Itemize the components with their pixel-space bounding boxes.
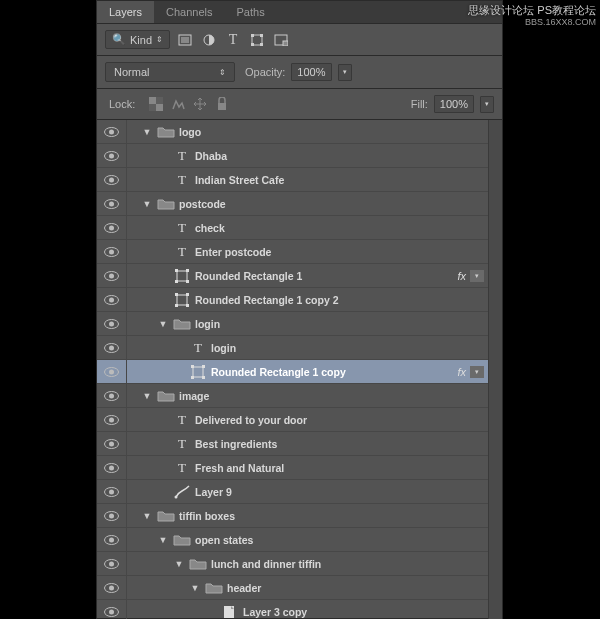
visibility-toggle[interactable]	[97, 480, 127, 503]
opacity-value[interactable]: 100%	[291, 63, 331, 81]
fill-value[interactable]: 100%	[434, 95, 474, 113]
fx-expand-icon[interactable]: ▾	[470, 366, 484, 378]
tab-paths[interactable]: Paths	[225, 1, 277, 23]
opacity-flyout[interactable]: ▾	[338, 64, 352, 81]
fill-flyout[interactable]: ▾	[480, 96, 494, 113]
lock-position-icon[interactable]	[191, 95, 209, 113]
visibility-toggle[interactable]	[97, 216, 127, 239]
twirl-icon[interactable]: ▼	[173, 559, 185, 569]
layer-name[interactable]: Layer 9	[195, 486, 232, 498]
visibility-toggle[interactable]	[97, 360, 127, 383]
layer-row[interactable]: TEnter postcode	[97, 240, 488, 264]
layer-name[interactable]: Rounded Rectangle 1 copy	[211, 366, 346, 378]
fx-indicator[interactable]: fx	[457, 270, 466, 282]
layer-name[interactable]: postcode	[179, 198, 226, 210]
lock-transparency-icon[interactable]	[147, 95, 165, 113]
svg-rect-33	[186, 280, 189, 283]
fx-expand-icon[interactable]: ▾	[470, 270, 484, 282]
twirl-icon[interactable]: ▼	[157, 319, 169, 329]
layer-row[interactable]: Layer 9	[97, 480, 488, 504]
twirl-icon[interactable]: ▼	[141, 127, 153, 137]
visibility-toggle[interactable]	[97, 408, 127, 431]
layer-row[interactable]: TFresh and Natural	[97, 456, 488, 480]
layer-name[interactable]: check	[195, 222, 225, 234]
layer-row[interactable]: Rounded Rectangle 1 copyfx▾	[97, 360, 488, 384]
tab-channels[interactable]: Channels	[154, 1, 224, 23]
visibility-toggle[interactable]	[97, 384, 127, 407]
layer-row[interactable]: TBest ingredients	[97, 432, 488, 456]
layer-row[interactable]: TDelivered to your door	[97, 408, 488, 432]
visibility-toggle[interactable]	[97, 576, 127, 599]
layer-row[interactable]: ▼tiffin boxes	[97, 504, 488, 528]
filter-shape-icon[interactable]	[248, 31, 266, 49]
visibility-toggle[interactable]	[97, 144, 127, 167]
lock-all-icon[interactable]	[213, 95, 231, 113]
layer-name[interactable]: Rounded Rectangle 1	[195, 270, 302, 282]
tab-layers[interactable]: Layers	[97, 1, 154, 23]
layer-name[interactable]: Fresh and Natural	[195, 462, 284, 474]
visibility-toggle[interactable]	[97, 120, 127, 143]
twirl-icon[interactable]: ▼	[141, 391, 153, 401]
visibility-toggle[interactable]	[97, 456, 127, 479]
layer-name[interactable]: header	[227, 582, 261, 594]
visibility-toggle[interactable]	[97, 552, 127, 575]
layer-name[interactable]: Enter postcode	[195, 246, 271, 258]
filter-pixel-icon[interactable]	[176, 31, 194, 49]
layer-row[interactable]: ▼image	[97, 384, 488, 408]
layer-name[interactable]: logo	[179, 126, 201, 138]
visibility-toggle[interactable]	[97, 600, 127, 619]
layer-row[interactable]: ▼open states	[97, 528, 488, 552]
svg-point-62	[175, 495, 178, 498]
visibility-toggle[interactable]	[97, 264, 127, 287]
layer-row[interactable]: ▼login	[97, 312, 488, 336]
visibility-toggle[interactable]	[97, 336, 127, 359]
visibility-toggle[interactable]	[97, 288, 127, 311]
layer-name[interactable]: Delivered to your door	[195, 414, 307, 426]
visibility-toggle[interactable]	[97, 240, 127, 263]
layer-name[interactable]: Layer 3 copy	[243, 606, 307, 618]
layer-row[interactable]: Rounded Rectangle 1 copy 2	[97, 288, 488, 312]
layer-name[interactable]: Dhaba	[195, 150, 227, 162]
visibility-toggle[interactable]	[97, 504, 127, 527]
twirl-icon[interactable]: ▼	[157, 535, 169, 545]
layer-row[interactable]: Tlogin	[97, 336, 488, 360]
filter-kind-dropdown[interactable]: 🔍 Kind ⇕	[105, 30, 170, 49]
layer-name[interactable]: tiffin boxes	[179, 510, 235, 522]
twirl-icon[interactable]: ▼	[189, 583, 201, 593]
twirl-icon[interactable]: ▼	[141, 199, 153, 209]
twirl-icon[interactable]: ▼	[141, 511, 153, 521]
blend-mode-dropdown[interactable]: Normal ⇕	[105, 62, 235, 82]
layer-row[interactable]: Rounded Rectangle 1fx▾	[97, 264, 488, 288]
layer-name[interactable]: login	[195, 318, 220, 330]
layer-name[interactable]: lunch and dinner tiffin	[211, 558, 321, 570]
layer-name[interactable]: Rounded Rectangle 1 copy 2	[195, 294, 339, 306]
svg-rect-11	[156, 104, 163, 111]
layer-name[interactable]: image	[179, 390, 209, 402]
visibility-toggle[interactable]	[97, 528, 127, 551]
lock-image-icon[interactable]	[169, 95, 187, 113]
layer-row[interactable]: ▼logo	[97, 120, 488, 144]
visibility-toggle[interactable]	[97, 192, 127, 215]
layer-name[interactable]: Best ingredients	[195, 438, 277, 450]
visibility-toggle[interactable]	[97, 432, 127, 455]
visibility-toggle[interactable]	[97, 312, 127, 335]
layer-row[interactable]: TIndian Street Cafe	[97, 168, 488, 192]
layer-name[interactable]: login	[211, 342, 236, 354]
layer-type-icon	[173, 485, 191, 499]
layer-name[interactable]: open states	[195, 534, 253, 546]
filter-adjustment-icon[interactable]	[200, 31, 218, 49]
svg-point-72	[109, 609, 114, 614]
layer-row[interactable]: Layer 3 copy	[97, 600, 488, 619]
fx-indicator[interactable]: fx	[457, 366, 466, 378]
visibility-toggle[interactable]	[97, 168, 127, 191]
layer-row[interactable]: ▼postcode	[97, 192, 488, 216]
layer-row[interactable]: TDhaba	[97, 144, 488, 168]
layer-row[interactable]: ▼header	[97, 576, 488, 600]
filter-type-icon[interactable]: T	[224, 31, 242, 49]
layer-row[interactable]: Tcheck	[97, 216, 488, 240]
layer-name[interactable]: Indian Street Cafe	[195, 174, 284, 186]
layer-row[interactable]: ▼lunch and dinner tiffin	[97, 552, 488, 576]
scrollbar[interactable]	[488, 120, 502, 619]
layers-list[interactable]: ▼logoTDhabaTIndian Street Cafe▼postcodeT…	[97, 120, 488, 619]
filter-smart-icon[interactable]	[272, 31, 290, 49]
